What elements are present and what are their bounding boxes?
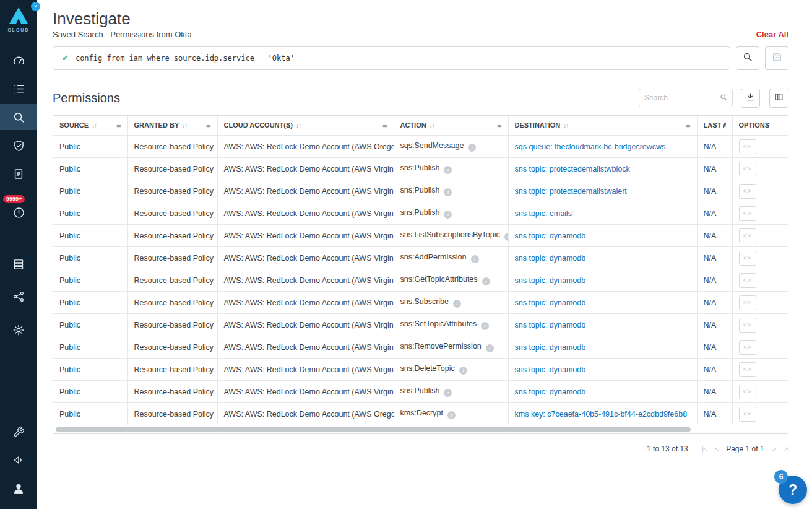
sidebar-item-dashboard[interactable]	[0, 47, 37, 73]
column-header-granted-by[interactable]: GRANTED BY↓↑≡	[127, 116, 217, 136]
options-cell: <>	[732, 136, 788, 158]
info-icon[interactable]: i	[447, 411, 456, 419]
destination-link[interactable]: sns topic: dynamodb	[515, 232, 586, 240]
column-menu-icon[interactable]: ≡	[686, 121, 691, 130]
info-icon[interactable]: i	[453, 300, 461, 308]
destination-link[interactable]: sqs queue: thecloudmark-bc-bridgecrewcws	[515, 142, 666, 151]
destination-link[interactable]: sns topic: dynamodb	[515, 321, 586, 329]
sidebar-item-alerts[interactable]: 9999+	[0, 199, 37, 225]
granted-by-cell: Resource-based Policy	[127, 359, 217, 381]
view-json-button[interactable]: <>	[739, 362, 756, 377]
table-row: PublicResource-based PolicyAWS: AWS: Red…	[53, 136, 788, 158]
info-icon[interactable]: i	[504, 233, 508, 241]
column-menu-icon[interactable]: ≡	[497, 121, 502, 130]
view-json-button[interactable]: <>	[739, 228, 756, 243]
view-json-button[interactable]: <>	[739, 407, 756, 422]
sidebar-item-inventory[interactable]	[0, 76, 37, 102]
column-header-last-acc[interactable]: LAST ACC	[697, 116, 732, 136]
info-icon[interactable]: i	[481, 322, 489, 330]
view-json-button[interactable]: <>	[739, 318, 756, 333]
destination-link[interactable]: sns topic: emails	[515, 209, 572, 218]
view-json-button[interactable]: <>	[739, 273, 756, 288]
table-search-input[interactable]	[644, 94, 720, 102]
table-row: PublicResource-based PolicyAWS: AWS: Red…	[53, 180, 788, 202]
destination-cell: kms key: c7ceaefa-40b5-491c-bf44-e2cdbd9…	[508, 403, 697, 425]
view-json-button[interactable]: <>	[739, 385, 756, 399]
first-page-button[interactable]: |<	[702, 445, 707, 453]
search-icon	[12, 111, 25, 124]
view-json-button[interactable]: <>	[739, 251, 756, 266]
table-row: PublicResource-based PolicyAWS: AWS: Red…	[53, 158, 788, 180]
view-json-button[interactable]: <>	[739, 139, 756, 154]
info-icon[interactable]: i	[459, 367, 467, 375]
column-header-action[interactable]: ACTION↓↑≡	[394, 116, 508, 136]
view-json-button[interactable]: <>	[739, 340, 756, 355]
notification-close-badge[interactable]: ×	[31, 2, 40, 11]
column-header-source[interactable]: SOURCE↓↑≡	[53, 116, 127, 136]
destination-link[interactable]: sns topic: dynamodb	[515, 254, 586, 263]
info-icon[interactable]: i	[444, 211, 452, 219]
destination-link[interactable]: sns topic: dynamodb	[515, 365, 586, 374]
info-icon[interactable]: i	[468, 144, 476, 152]
action-label: sns:Publish	[400, 386, 440, 395]
info-icon[interactable]: i	[486, 344, 494, 352]
last-page-button[interactable]: >|	[784, 445, 788, 453]
info-icon[interactable]: i	[471, 255, 479, 263]
download-button[interactable]	[741, 89, 760, 108]
query-input[interactable]: ✓ config from iam where source.idp.servi…	[53, 46, 730, 70]
view-json-button[interactable]: <>	[739, 206, 756, 221]
info-icon[interactable]: i	[444, 166, 452, 174]
table-row: PublicResource-based PolicyAWS: AWS: Red…	[53, 336, 788, 359]
column-settings-button[interactable]	[769, 89, 788, 108]
cloud-account-cell: AWS: AWS: RedLock Demo Account (AWS Oreg…	[217, 403, 394, 425]
save-search-button[interactable]	[765, 46, 788, 70]
column-menu-icon[interactable]: ≡	[116, 121, 121, 130]
destination-link[interactable]: sns topic: dynamodb	[515, 388, 586, 396]
column-header-options[interactable]: OPTIONS	[732, 116, 788, 136]
table-row: PublicResource-based PolicyAWS: AWS: Red…	[53, 381, 788, 403]
sidebar-item-network[interactable]	[0, 284, 37, 310]
sidebar-item-reports[interactable]	[0, 161, 37, 187]
column-menu-icon[interactable]: ≡	[382, 121, 387, 130]
info-icon[interactable]: i	[444, 188, 452, 196]
cloud-account-cell: AWS: AWS: RedLock Demo Account (AWS Virg…	[217, 381, 394, 403]
destination-link[interactable]: sns topic: dynamodb	[515, 343, 586, 352]
destination-link[interactable]: sns topic: dynamodb	[515, 298, 586, 307]
view-json-button[interactable]: <>	[739, 295, 756, 310]
sort-icon[interactable]: ↓↑	[296, 122, 301, 129]
sort-icon[interactable]: ↓↑	[430, 122, 434, 129]
scrollbar-thumb[interactable]	[56, 427, 691, 432]
source-cell: Public	[53, 202, 127, 225]
prev-page-button[interactable]: <	[714, 445, 718, 453]
sort-icon[interactable]: ↓↑	[182, 122, 187, 129]
sidebar-item-asset-inventory[interactable]	[0, 251, 37, 277]
column-menu-icon[interactable]: ≡	[206, 121, 211, 130]
action-label: sns:SetTopicAttributes	[400, 320, 477, 328]
destination-link[interactable]: sns topic: protectedemailstwalert	[515, 187, 627, 196]
sidebar-item-investigate[interactable]	[0, 104, 37, 130]
destination-link[interactable]: sns topic: protectedemailstwblock	[515, 165, 630, 173]
help-button[interactable]: 6 ?	[779, 476, 807, 504]
view-json-button[interactable]: <>	[739, 184, 756, 199]
sort-icon[interactable]: ↓↑	[563, 122, 568, 129]
sidebar-item-compliance[interactable]	[0, 133, 37, 159]
run-search-button[interactable]	[736, 46, 759, 70]
destination-link[interactable]: sns topic: dynamodb	[515, 276, 586, 285]
next-page-button[interactable]: >	[772, 445, 776, 453]
column-header-cloud-account-s-[interactable]: CLOUD ACCOUNT(S)↓↑≡	[217, 116, 394, 136]
info-icon[interactable]: i	[482, 277, 490, 285]
view-json-button[interactable]: <>	[739, 162, 756, 176]
info-icon[interactable]: i	[444, 389, 452, 397]
sidebar-item-profile[interactable]	[0, 476, 37, 502]
clear-all-link[interactable]: Clear All	[756, 30, 788, 39]
prisma-cloud-logo[interactable]: CLOUD	[8, 7, 30, 32]
destination-link[interactable]: kms key: c7ceaefa-40b5-491c-bf44-e2cdbd9…	[515, 410, 688, 419]
sidebar-item-tools[interactable]	[0, 419, 37, 445]
column-header-destination[interactable]: DESTINATION↓↑≡	[508, 116, 697, 136]
sidebar-item-settings[interactable]	[0, 317, 37, 343]
sort-icon[interactable]: ↓↑	[92, 122, 97, 129]
sidebar-nav: 9999+	[0, 46, 37, 503]
sidebar-item-announcements[interactable]	[0, 447, 37, 473]
options-cell: <>	[732, 403, 788, 425]
save-icon	[772, 52, 782, 64]
